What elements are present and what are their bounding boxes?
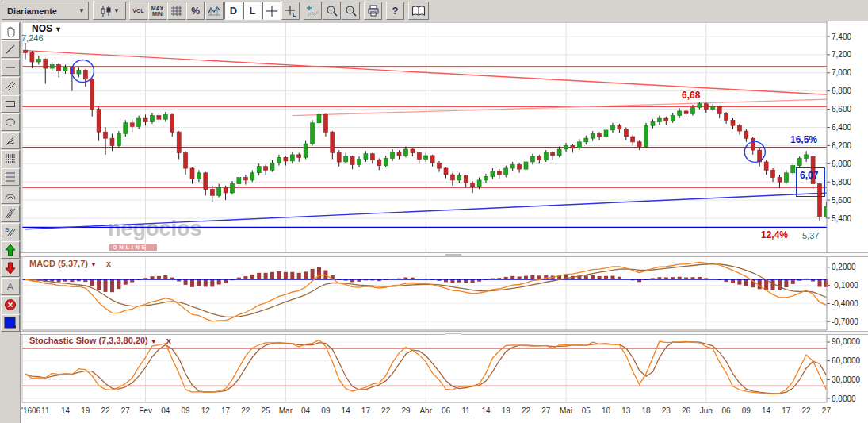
zoom-area-button[interactable] — [304, 2, 322, 20]
max-label: MAX — [151, 6, 164, 11]
fan-lines-icon — [4, 134, 17, 147]
stoch-dropdown-icon[interactable]: ▼ — [151, 338, 157, 345]
zoom-in-icon — [345, 5, 358, 17]
ellipse-tool[interactable] — [1, 113, 20, 131]
svg-text:05: 05 — [582, 406, 591, 415]
printer-icon — [367, 5, 380, 17]
svg-text:22: 22 — [802, 406, 812, 415]
horizontal-line-tool[interactable] — [1, 59, 20, 76]
crosshair-l-icon: L — [285, 5, 297, 17]
percent-scale-button[interactable]: % — [186, 2, 205, 20]
svg-text:30,0000: 30,0000 — [832, 375, 861, 384]
print-button[interactable] — [364, 2, 382, 20]
last-price-label: 5,37 — [802, 231, 819, 240]
panel-splitter-2[interactable] — [21, 331, 868, 335]
delete-icon — [4, 298, 17, 311]
drop-pct-label: 12,4% — [761, 229, 788, 240]
macd-close-button[interactable]: x — [106, 259, 111, 268]
svg-text:6,400: 6,400 — [832, 123, 851, 132]
svg-text:06: 06 — [442, 406, 451, 415]
svg-text:14: 14 — [61, 406, 71, 415]
svg-text:90,0000: 90,0000 — [832, 337, 861, 346]
splitter-grip-icon — [445, 333, 461, 335]
svg-text:19: 19 — [502, 406, 511, 415]
stoch-close-button[interactable]: x — [166, 336, 171, 345]
macd-dropdown-icon[interactable]: ▼ — [90, 261, 97, 268]
trendline-tool[interactable] — [1, 40, 20, 58]
manual-button[interactable] — [408, 2, 429, 20]
svg-text:A: A — [7, 281, 14, 293]
max-min-button[interactable]: MAX MIN — [148, 2, 166, 20]
arrow-up-icon — [4, 244, 17, 256]
svg-text:27: 27 — [121, 406, 131, 415]
hand-icon — [4, 25, 17, 37]
crosshair-tracking-button[interactable]: L — [281, 2, 300, 20]
svg-text:60,0000: 60,0000 — [832, 356, 861, 365]
price-chart-canvas[interactable]: 5,4005,6005,8006,0006,2006,4006,6006,800… — [21, 21, 868, 253]
symbol-header[interactable]: NOS▼ — [32, 23, 62, 34]
svg-text:Jun: Jun — [700, 406, 713, 415]
daily-mode-button[interactable]: D — [224, 2, 243, 20]
vertical-lines-icon — [4, 152, 17, 165]
svg-text:27: 27 — [541, 406, 551, 415]
text-label-tool[interactable]: A — [1, 278, 20, 295]
fan-lines-tool[interactable] — [1, 132, 20, 149]
svg-text:7,000: 7,000 — [832, 68, 851, 77]
svg-text:29: 29 — [401, 406, 411, 415]
chart-type-dropdown[interactable]: ▼ — [93, 2, 126, 20]
fibonacci-retracement-tool[interactable] — [1, 168, 20, 186]
vertical-grid-tool[interactable] — [1, 150, 20, 167]
symbol-dropdown-icon[interactable]: ▼ — [55, 25, 62, 33]
speed-lines-tool[interactable] — [1, 205, 20, 222]
toolbar: Diariamente ▼ ▼ VOL MAX MIN % — [0, 0, 868, 21]
svg-text:09: 09 — [742, 406, 751, 415]
line-chart-icon — [208, 5, 221, 17]
line-chart-button[interactable] — [205, 2, 224, 20]
svg-text:-0,4000: -0,4000 — [832, 299, 858, 308]
parallel-lines-tool[interactable] — [1, 77, 20, 94]
log-scale-label: L — [250, 5, 256, 17]
ellipse-icon — [4, 116, 17, 129]
crosshair-button[interactable] — [262, 2, 281, 20]
zoom-out-button[interactable] — [323, 2, 341, 20]
s-speed-lines-icon: S — [4, 225, 17, 238]
svg-text:04: 04 — [301, 406, 311, 415]
chevron-down-icon: ▼ — [75, 7, 88, 14]
parallel-lines-icon — [4, 79, 17, 92]
pan-hand-tool[interactable] — [1, 22, 20, 40]
delete-drawing-tool[interactable] — [1, 296, 20, 313]
horizontal-line-icon — [4, 61, 17, 74]
svg-text:5,400: 5,400 — [832, 214, 851, 223]
peak-price-label: 6,68 — [682, 90, 700, 101]
color-picker-tool[interactable] — [1, 314, 20, 332]
svg-text:11: 11 — [462, 406, 471, 415]
fibonacci-arcs-tool[interactable] — [1, 187, 20, 204]
macd-label: MACD (5,37,7) — [29, 259, 88, 268]
svg-text:S: S — [5, 226, 10, 233]
svg-text:0,0000: 0,0000 — [832, 394, 856, 403]
arrow-up-tool[interactable] — [1, 241, 20, 259]
svg-text:Mai: Mai — [560, 406, 572, 415]
help-button[interactable]: ? — [386, 2, 404, 20]
log-scale-button[interactable]: L — [243, 2, 262, 20]
svg-text:L: L — [293, 12, 296, 17]
grid-toggle-button[interactable] — [167, 2, 185, 20]
svg-text:6,200: 6,200 — [832, 141, 851, 150]
arrow-down-icon — [4, 262, 17, 275]
macd-panel-canvas[interactable]: 0,2000-0,1000-0,4000-0,7000 — [21, 257, 868, 331]
panel-splitter-1[interactable] — [21, 252, 868, 257]
svg-text:6,600: 6,600 — [832, 105, 851, 113]
svg-text:19: 19 — [81, 406, 90, 415]
volume-button[interactable]: VOL — [129, 2, 147, 20]
candlestick-icon — [99, 5, 113, 17]
book-icon — [411, 5, 426, 17]
zoom-in-button[interactable] — [342, 2, 360, 20]
rectangle-tool[interactable] — [1, 95, 20, 113]
svg-text:7,400: 7,400 — [832, 33, 851, 41]
time-axis[interactable]: '16061114192227Fev040912172225Mar0409141… — [21, 403, 868, 423]
arrow-down-tool[interactable] — [1, 260, 20, 277]
period-selector[interactable]: Diariamente ▼ — [2, 2, 89, 20]
daily-mode-label: D — [230, 5, 237, 17]
standard-speed-lines-tool[interactable]: S — [1, 223, 20, 240]
svg-text:Mar: Mar — [279, 406, 293, 415]
